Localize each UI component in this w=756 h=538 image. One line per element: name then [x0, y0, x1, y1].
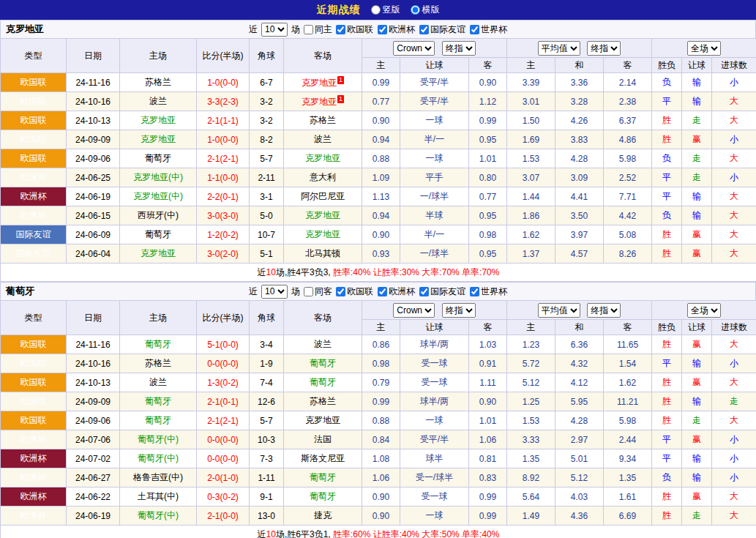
home-team[interactable]: 葡萄牙	[120, 392, 197, 411]
bookmaker-select[interactable]: Crown	[393, 303, 435, 318]
result-goals: 小	[712, 449, 756, 468]
result-wdl: 胜	[652, 244, 682, 264]
home-team[interactable]: 葡萄牙(中)	[120, 430, 197, 449]
home-team[interactable]: 克罗地亚	[120, 244, 197, 264]
league-checkbox-input[interactable]	[470, 287, 479, 296]
home-team[interactable]: 格鲁吉亚(中)	[120, 468, 197, 487]
home-team[interactable]: 克罗地亚(中)	[120, 187, 197, 206]
avg-odds-home: 3.01	[507, 92, 555, 111]
home-team[interactable]: 波兰	[120, 373, 197, 392]
away-team[interactable]: 克罗地亚1	[284, 92, 362, 111]
league-checkbox-input[interactable]	[336, 287, 345, 296]
away-team[interactable]: 阿尔巴尼亚	[284, 187, 362, 206]
result-handicap: 走	[682, 507, 712, 526]
home-team[interactable]: 葡萄牙	[120, 411, 197, 430]
result-handicap: 输	[682, 187, 712, 206]
home-team[interactable]: 克罗地亚	[120, 130, 197, 149]
league-filter-checkbox[interactable]: 欧洲杯	[378, 23, 415, 36]
away-team[interactable]: 克罗地亚	[284, 411, 362, 430]
result-goals: 大	[712, 92, 756, 111]
home-team[interactable]: 克罗地亚(中)	[120, 168, 197, 187]
competition-badge: 欧国联	[1, 111, 67, 130]
home-team[interactable]: 葡萄牙	[120, 149, 197, 168]
same-venue-checkbox-input[interactable]	[304, 25, 313, 34]
league-checkbox-input[interactable]	[378, 287, 387, 296]
avg-odds-away: 1.62	[604, 373, 652, 392]
away-team[interactable]: 葡萄牙	[284, 468, 362, 487]
league-checkbox-input[interactable]	[336, 25, 345, 34]
away-team[interactable]: 北马其顿	[284, 244, 362, 264]
avg-odds-draw: 5.95	[555, 392, 604, 411]
away-team[interactable]: 葡萄牙	[284, 354, 362, 373]
competition-badge: 欧国联	[1, 149, 67, 168]
result-handicap: 输	[682, 392, 712, 411]
fulltime-select[interactable]: 全场	[687, 303, 721, 318]
layout-option-vertical[interactable]: 竖版	[371, 4, 400, 16]
home-team[interactable]: 波兰	[120, 92, 197, 111]
away-team[interactable]: 法国	[284, 430, 362, 449]
home-team[interactable]: 葡萄牙(中)	[120, 507, 197, 526]
competition-badge: 欧国联	[1, 92, 67, 111]
same-venue-checkbox[interactable]: 同客	[304, 285, 332, 298]
avg-odds-draw: 5.12	[555, 468, 604, 487]
recent-count-select[interactable]: 10	[261, 285, 288, 299]
match-row: 欧国联24-09-09克罗地亚1-0(0-0)8-2波兰0.94半/一0.951…	[1, 130, 756, 149]
league-checkbox-input[interactable]	[419, 25, 429, 34]
corners: 9-1	[250, 487, 284, 507]
average-select[interactable]: 平均值	[538, 41, 580, 56]
handicap-odds-home: 0.94	[362, 206, 400, 225]
away-team[interactable]: 捷克	[284, 507, 362, 526]
bookmaker-select[interactable]: Crown	[393, 41, 435, 56]
away-team-name: 葡萄牙	[310, 472, 336, 482]
away-team[interactable]: 波兰	[284, 130, 362, 149]
same-venue-checkbox[interactable]: 同主	[304, 23, 332, 36]
same-venue-checkbox-input[interactable]	[304, 287, 313, 296]
horizontal-layout-radio[interactable]	[411, 5, 420, 15]
home-team[interactable]: 葡萄牙(中)	[120, 449, 197, 468]
avg-odds-draw: 5.01	[555, 449, 604, 468]
away-team[interactable]: 克罗地亚1	[284, 73, 362, 92]
league-checkbox-input[interactable]	[470, 25, 479, 34]
away-team[interactable]: 斯洛文尼亚	[284, 449, 362, 468]
home-team[interactable]: 葡萄牙	[120, 225, 197, 244]
home-team[interactable]: 苏格兰	[120, 354, 197, 373]
away-team[interactable]: 波兰	[284, 335, 362, 354]
away-team[interactable]: 苏格兰	[284, 111, 362, 130]
layout-option-horizontal[interactable]: 横版	[411, 4, 440, 16]
europe-stage-select[interactable]: 终指	[587, 41, 621, 56]
home-team[interactable]: 苏格兰	[120, 73, 197, 92]
match-date: 24-10-16	[67, 354, 120, 373]
home-team[interactable]: 克罗地亚	[120, 111, 197, 130]
away-team[interactable]: 克罗地亚	[284, 225, 362, 244]
col-goals-result: 进球数	[712, 320, 756, 335]
recent-count-select[interactable]: 10	[261, 23, 288, 37]
handicap-stage-select[interactable]: 终指	[442, 303, 476, 318]
league-filter-checkbox[interactable]: 世界杯	[470, 23, 507, 36]
away-team[interactable]: 克罗地亚	[284, 149, 362, 168]
league-filter-checkbox[interactable]: 欧国联	[336, 285, 373, 298]
away-team[interactable]: 克罗地亚	[284, 206, 362, 225]
result-wdl: 平	[652, 168, 682, 187]
league-filter-checkbox[interactable]: 世界杯	[470, 285, 507, 298]
home-team[interactable]: 土耳其(中)	[120, 487, 197, 507]
home-team[interactable]: 葡萄牙	[120, 335, 197, 354]
average-select[interactable]: 平均值	[538, 303, 580, 318]
fulltime-select[interactable]: 全场	[687, 41, 721, 56]
away-team[interactable]: 苏格兰	[284, 392, 362, 411]
away-team[interactable]: 葡萄牙	[284, 373, 362, 392]
home-team[interactable]: 西班牙(中)	[120, 206, 197, 225]
handicap-stage-select[interactable]: 终指	[442, 41, 476, 56]
league-filter-checkbox[interactable]: 欧国联	[336, 23, 373, 36]
avg-odds-away: 2.14	[604, 73, 652, 92]
league-checkbox-input[interactable]	[419, 287, 429, 296]
col-home: 主场	[120, 39, 197, 73]
league-filter-checkbox[interactable]: 国际友谊	[419, 285, 465, 298]
away-team[interactable]: 葡萄牙	[284, 487, 362, 507]
europe-stage-select[interactable]: 终指	[587, 303, 621, 318]
league-filter-checkbox[interactable]: 欧洲杯	[378, 285, 415, 298]
vertical-layout-radio[interactable]	[371, 5, 381, 15]
league-filter-checkbox[interactable]: 国际友谊	[419, 23, 465, 36]
away-team[interactable]: 意大利	[284, 168, 362, 187]
league-checkbox-input[interactable]	[378, 25, 387, 34]
match-date: 24-09-06	[67, 411, 120, 430]
